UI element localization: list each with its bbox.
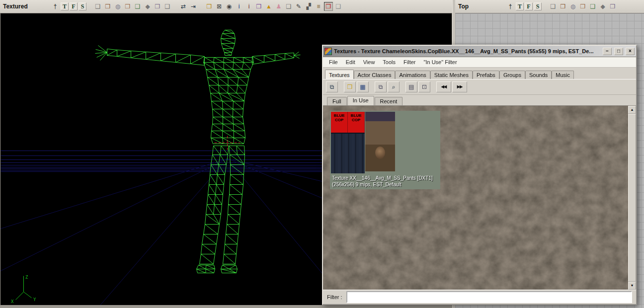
tab-static-meshes[interactable]: Static Meshes bbox=[430, 71, 473, 79]
actor-info-icon[interactable]: i bbox=[244, 2, 253, 11]
subtab-in-use[interactable]: In Use bbox=[347, 96, 374, 105]
menu-bar: File Edit View Tools Filter "In Use" Fil… bbox=[323, 57, 636, 68]
dock-icon[interactable]: ⧉ bbox=[326, 81, 338, 92]
browser-tabs: Textures Actor Classes Animations Static… bbox=[323, 68, 636, 79]
joystick-icon[interactable]: † bbox=[506, 2, 515, 11]
subtab-full[interactable]: Full bbox=[327, 97, 347, 105]
pants-texture-patches: BLUE COP BLUE COP bbox=[331, 112, 365, 133]
detach-icon[interactable]: ⊡ bbox=[418, 81, 430, 92]
pencil-icon[interactable]: ✎ bbox=[294, 2, 303, 11]
top-viewport-toolbar: Top † T F S bbox=[455, 0, 644, 13]
close-button[interactable]: × bbox=[626, 48, 635, 55]
texture-list[interactable]: BLUE COP BLUE COP Texture XX__146__Avg_M… bbox=[323, 105, 636, 290]
unrealed-app: Textured † T F S bbox=[0, 0, 644, 308]
t-button[interactable]: T bbox=[516, 2, 524, 10]
selected-texture-caption: Texture XX__146__Avg_M_SS_Pants [DXT1] (… bbox=[332, 175, 439, 188]
bsp-cuts-mode-icon[interactable]: ❒ bbox=[578, 2, 587, 11]
pants-texture-thumbnail: BLUE COP BLUE COP bbox=[331, 112, 365, 173]
pattern-icon[interactable]: ▞ bbox=[304, 2, 313, 11]
viewport-mode-label[interactable]: Top bbox=[458, 3, 506, 10]
wireframe-mode-icon[interactable]: ❑ bbox=[93, 2, 102, 11]
filter-row: Filter : bbox=[323, 290, 636, 304]
tab-sounds[interactable]: Sounds bbox=[525, 71, 552, 79]
previous-icon[interactable]: ◀◀ bbox=[436, 81, 451, 92]
clip-plane-icon[interactable]: ⇥ bbox=[189, 2, 198, 11]
tab-groups[interactable]: Groups bbox=[499, 71, 525, 79]
viewport-mode-label[interactable]: Textured bbox=[3, 3, 51, 10]
save-package-icon[interactable]: ▦ bbox=[357, 81, 369, 92]
zone-lighting-mode-icon[interactable]: ❑ bbox=[163, 2, 172, 11]
texture-usage-mode-icon[interactable]: ◍ bbox=[568, 2, 577, 11]
player-icon[interactable]: ♟ bbox=[274, 2, 283, 11]
gray-brush-icon[interactable]: ❑ bbox=[334, 2, 343, 11]
depth-complexity-mode-icon[interactable]: ❒ bbox=[608, 2, 617, 11]
lighting-mode-icon[interactable]: ◆ bbox=[598, 2, 607, 11]
menu-filter[interactable]: Filter bbox=[400, 58, 419, 66]
cop-patch-label: BLUE COP bbox=[331, 112, 348, 133]
scope-icon[interactable]: ◉ bbox=[225, 2, 234, 11]
scroll-up-icon[interactable]: ▲ bbox=[628, 106, 636, 114]
joystick-icon[interactable]: † bbox=[51, 2, 60, 11]
subtab-recent[interactable]: Recent bbox=[375, 97, 403, 105]
texture-usage-mode-icon[interactable]: ◍ bbox=[113, 2, 122, 11]
search-icon[interactable]: ⌕ bbox=[388, 81, 400, 92]
volume-icon[interactable]: ❑ bbox=[284, 2, 293, 11]
scrollbar-thumb[interactable] bbox=[628, 114, 636, 282]
tab-actor-classes[interactable]: Actor Classes bbox=[354, 71, 396, 79]
wireframe-mode-icon[interactable]: ❑ bbox=[549, 2, 558, 11]
window-controls: – □ × bbox=[602, 48, 635, 55]
scroll-down-icon[interactable]: ▼ bbox=[628, 282, 636, 290]
lighting-mode-icon[interactable]: ◆ bbox=[143, 2, 152, 11]
properties-icon[interactable]: ▤ bbox=[405, 81, 417, 92]
window-title: Textures - Texture ChameleonSkins.CopBlu… bbox=[334, 48, 602, 54]
textured-mode-icon[interactable]: ❑ bbox=[133, 2, 142, 11]
maximize-button[interactable]: □ bbox=[614, 48, 623, 55]
info-icon[interactable]: i bbox=[235, 2, 243, 11]
zone-view-mode-icon[interactable]: ❒ bbox=[103, 2, 112, 11]
perspective-viewport-toolbar: Textured † T F S bbox=[0, 0, 452, 13]
textured-mode-icon[interactable]: ❑ bbox=[588, 2, 597, 11]
pants-texture-legs bbox=[331, 133, 365, 173]
minimize-button[interactable]: – bbox=[603, 48, 612, 55]
s-button[interactable]: S bbox=[79, 2, 86, 10]
caption-line-2: (256x256) 9 mips, EST_Default bbox=[332, 182, 439, 188]
browser-toolbar: ⧉ ❒ ▦ ⧉ ⌕ ▤ bbox=[323, 79, 636, 95]
tab-prefabs[interactable]: Prefabs bbox=[473, 71, 499, 79]
depth-complexity-mode-icon[interactable]: ❒ bbox=[153, 2, 162, 11]
tab-textures[interactable]: Textures bbox=[325, 70, 354, 79]
menu-file[interactable]: File bbox=[325, 58, 342, 66]
brush-icon[interactable]: ❒ bbox=[254, 2, 263, 11]
terrain-icon[interactable]: ▲ bbox=[264, 2, 273, 11]
textures-browser-window: Textures - Texture ChameleonSkins.CopBlu… bbox=[322, 45, 637, 305]
f-button[interactable]: F bbox=[70, 2, 78, 10]
skin-texture-thumbnail bbox=[365, 112, 395, 171]
texture-list-scrollbar[interactable]: ▲ ▼ bbox=[628, 106, 636, 290]
t-button[interactable]: T bbox=[61, 2, 69, 10]
f-button[interactable]: F bbox=[525, 2, 533, 10]
selected-texture[interactable]: BLUE COP BLUE COP Texture XX__146__Avg_M… bbox=[330, 111, 440, 189]
s-button[interactable]: S bbox=[534, 2, 542, 10]
filter-input[interactable] bbox=[346, 291, 632, 303]
tab-music[interactable]: Music bbox=[552, 71, 574, 79]
kill-selection-icon[interactable]: ⊠ bbox=[215, 2, 224, 11]
next-icon[interactable]: ▶▶ bbox=[452, 81, 467, 92]
builder-box-icon[interactable]: ❒ bbox=[205, 2, 214, 11]
menu-tools[interactable]: Tools bbox=[379, 58, 400, 66]
caption-line-1: Texture XX__146__Avg_M_SS_Pants [DXT1] bbox=[332, 175, 439, 182]
viewport-toolbar-icons: † T F S ❑ bbox=[506, 2, 617, 11]
menu-view[interactable]: View bbox=[359, 58, 379, 66]
filter-label: Filter : bbox=[327, 294, 342, 300]
tab-animations[interactable]: Animations bbox=[395, 71, 430, 79]
window-titlebar[interactable]: Textures - Texture ChameleonSkins.CopBlu… bbox=[323, 46, 636, 57]
cop-patch-label: BLUE COP bbox=[348, 112, 365, 133]
copy-icon[interactable]: ⧉ bbox=[375, 81, 387, 92]
menu-in-use-filter[interactable]: "In Use" Filter bbox=[420, 58, 461, 66]
open-package-icon[interactable]: ❒ bbox=[344, 81, 356, 92]
stairs-icon[interactable]: ≡ bbox=[314, 2, 323, 11]
texture-browser-icon bbox=[324, 48, 332, 55]
menu-edit[interactable]: Edit bbox=[342, 58, 359, 66]
red-builder-brush-icon[interactable]: ❒ bbox=[324, 2, 333, 11]
zone-view-mode-icon[interactable]: ❒ bbox=[559, 2, 567, 11]
bsp-cuts-mode-icon[interactable]: ❒ bbox=[123, 2, 132, 11]
swap-views-icon[interactable]: ⇄ bbox=[179, 2, 188, 11]
